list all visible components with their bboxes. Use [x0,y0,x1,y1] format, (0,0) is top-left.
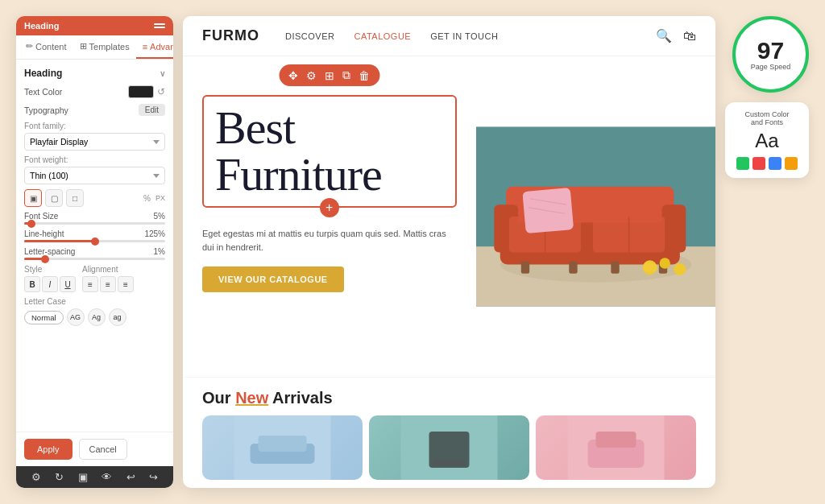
svg-point-20 [674,263,686,275]
aa-text: Aa [736,130,798,152]
footer-undo-icon[interactable]: ↩ [126,471,135,483]
letter-spacing-slider[interactable] [24,258,165,260]
add-section-icon[interactable]: + [320,198,339,217]
tab-content[interactable]: ✏ Content [19,35,73,59]
align-center-button[interactable]: ≡ [100,276,116,292]
main-content: FURMO DISCOVER CATALOGUE GET IN TOUCH 🔍 … [183,16,715,488]
color-badge-title: Custom Colorand Fonts [736,110,798,126]
align-group: ≡ ≡ ≡ [82,276,134,292]
footer-redo-icon[interactable]: ↪ [149,471,158,483]
speed-label: Page Speed [751,63,791,71]
dot-green [736,157,749,170]
svg-rect-6 [661,204,686,252]
arrival-card-2 [369,415,529,480]
chevron-icon[interactable]: ∨ [160,69,165,78]
case-options: Normal AG Ag ag [24,308,165,326]
toolbar-delete-icon[interactable]: 🗑 [359,69,370,82]
footer-settings-icon[interactable]: ⚙ [31,471,41,483]
typography-edit-button[interactable]: Edit [139,104,165,116]
panel-header: Heading [16,16,173,35]
app-wrapper: Heading ✏ Content ⊞ Templates ≡ Advanced… [16,16,809,488]
color-picker[interactable] [128,85,154,98]
typography-row: Typography Edit [24,104,165,116]
dot-blue [769,157,781,170]
case-normal-button[interactable]: Normal [24,311,64,324]
apply-cancel-row: Apply Cancel [16,432,173,466]
arrivals-section: Our New Arrivals [183,377,715,488]
arrivals-grid [202,415,696,480]
bold-button[interactable]: B [24,276,40,292]
font-family-group: Font family: Playfair Display [24,122,165,155]
align-left-button[interactable]: ≡ [82,276,98,292]
section-heading: Heading ∨ [24,68,165,79]
speed-number: 97 [757,39,784,63]
cta-button[interactable]: VIEW OUR CATALOGUE [202,266,344,292]
svg-rect-24 [259,436,307,452]
toolbar-settings-icon[interactable]: ⚙ [306,69,317,82]
navbar: FURMO DISCOVER CATALOGUE GET IN TOUCH 🔍 … [183,16,715,56]
nav-actions: 🔍 🛍 [656,28,696,43]
hero-description: Eget egestas mi at mattis eu turpis quam… [202,227,457,254]
nav-links: DISCOVER CATALOGUE GET IN TOUCH [285,31,630,41]
svg-rect-30 [596,432,636,448]
toolbar-layout-icon[interactable]: ⊞ [325,69,334,82]
cart-icon[interactable]: 🛍 [683,29,696,43]
color-swatch: ↺ [128,85,165,98]
hero-right [476,56,715,377]
style-group: B I U [24,276,76,292]
svg-point-21 [642,262,657,272]
font-family-select[interactable]: Playfair Display [24,133,165,151]
panel-tabs: ✏ Content ⊞ Templates ≡ Advanced [16,35,173,60]
heading-text: Best Furniture [215,105,444,198]
nav-discover[interactable]: DISCOVER [285,31,334,41]
text-color-row: Text Color ↺ [24,85,165,98]
toolbar-copy-icon[interactable]: ⧉ [342,68,350,82]
footer-view-icon[interactable]: 👁 [102,471,112,483]
size-btn-sm[interactable]: □ [66,189,84,207]
footer-refresh-icon[interactable]: ↻ [55,471,64,483]
sofa-image [476,56,715,377]
style-align-row: Style B I U Alignment ≡ ≡ ≡ [24,265,165,292]
italic-button[interactable]: I [42,276,58,292]
letter-case-row: Letter Case Normal AG Ag ag [24,297,165,326]
size-btn-mid[interactable]: ▢ [45,189,63,207]
reset-color-icon[interactable]: ↺ [157,86,165,97]
svg-point-19 [659,258,670,268]
apply-button[interactable]: Apply [24,439,73,460]
color-font-badge: Custom Colorand Fonts Aa [725,102,809,178]
case-lower-button[interactable]: ag [109,308,126,326]
case-upper-button[interactable]: AG [67,308,85,326]
case-title-button[interactable]: Ag [88,308,106,326]
line-height-slider[interactable] [24,240,165,242]
svg-rect-14 [520,262,529,274]
underline-button[interactable]: U [60,276,76,292]
panel-drag-handle[interactable] [154,23,165,28]
hero-left: ✥ ⚙ ⊞ ⧉ 🗑 Best Furniture + Eget egestas … [183,56,476,377]
letter-spacing-row: Letter-spacing 1% [24,247,165,260]
nav-catalogue[interactable]: CATALOGUE [354,31,411,41]
svg-rect-27 [433,460,466,466]
line-height-row: Line-height 125% [24,229,165,242]
cancel-button[interactable]: Cancel [79,439,127,460]
hero-section: ✥ ⚙ ⊞ ⧉ 🗑 Best Furniture + Eget egestas … [183,56,715,377]
align-right-button[interactable]: ≡ [118,276,134,292]
nav-contact[interactable]: GET IN TOUCH [430,31,498,41]
search-icon[interactable]: 🔍 [656,28,672,43]
size-btn-box[interactable]: ▣ [24,189,42,207]
brand-name: FURMO [202,27,259,44]
font-size-row: Font Size 5% [24,212,165,225]
arrival-card-3 [536,415,696,480]
color-dots [736,157,798,170]
speed-badge: 97 Page Speed [732,16,809,93]
arrival-card-1 [202,415,363,480]
font-weight-select[interactable]: Thin (100) [24,167,165,184]
dot-yellow [785,157,798,170]
font-size-slider[interactable] [24,222,165,225]
tab-advanced[interactable]: ≡ Advanced [136,35,173,59]
svg-rect-16 [611,262,619,274]
toolbar-move-icon[interactable]: ✥ [288,69,298,82]
footer-desktop-icon[interactable]: ▣ [78,471,88,483]
dot-red [752,157,765,170]
tab-templates[interactable]: ⊞ Templates [73,35,136,59]
font-weight-group: Font weight: Thin (100) [24,155,165,189]
